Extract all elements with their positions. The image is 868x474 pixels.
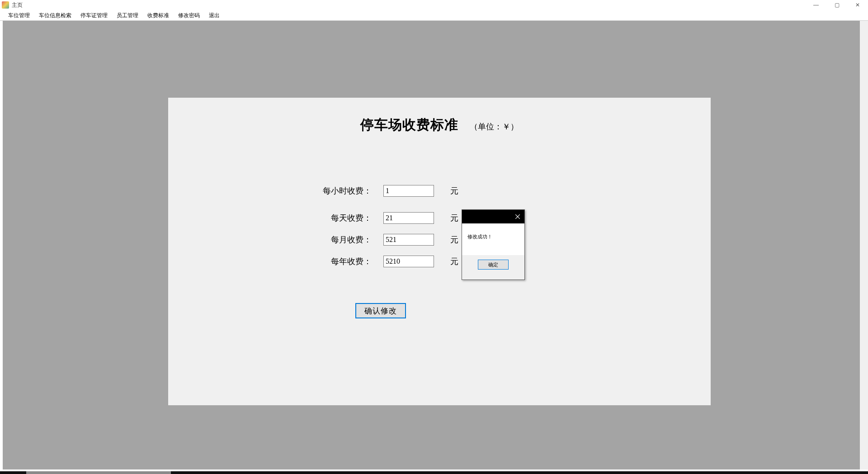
input-hour[interactable] [383,185,434,197]
panel-header: 停车场收费标准 （单位：￥） [168,116,711,134]
minimize-button[interactable]: — [806,0,826,10]
suffix-day: 元 [450,213,458,223]
dialog-button-row: 确定 [462,255,524,274]
input-month[interactable] [383,234,434,246]
maximize-button[interactable]: ▢ [826,0,847,10]
menu-fee[interactable]: 收费标准 [143,10,174,21]
close-button[interactable]: ✕ [847,0,868,10]
window-controls: — ▢ ✕ [806,0,868,10]
window-title: 主页 [12,1,23,9]
menu-exit[interactable]: 退出 [204,10,224,21]
window-titlebar: 主页 — ▢ ✕ [0,0,868,10]
panel-title: 停车场收费标准 [360,117,458,132]
app-icon [2,1,9,9]
taskbar-segment [26,471,171,474]
suffix-year: 元 [450,256,458,267]
menu-parking-space[interactable]: 车位管理 [4,10,34,21]
dialog-close-button[interactable] [511,210,524,223]
input-day[interactable] [383,212,434,224]
menu-staff[interactable]: 员工管理 [112,10,143,21]
close-icon [515,214,520,219]
fee-panel: 停车场收费标准 （单位：￥） 每小时收费： 元 每天收费： 元 每月收费： 元 … [168,98,711,405]
row-hour: 每小时收费： 元 [308,184,711,198]
suffix-month: 元 [450,234,458,245]
label-hour: 每小时收费： [308,185,372,196]
confirm-button[interactable]: 确认修改 [355,303,406,318]
dialog-message: 修改成功！ [462,223,524,245]
dialog-ok-button[interactable]: 确定 [478,260,509,270]
label-day: 每天收费： [308,213,372,223]
panel-unit: （单位：￥） [470,122,519,131]
menu-password[interactable]: 修改密码 [174,10,204,21]
menubar: 车位管理 车位信息检索 停车证管理 员工管理 收费标准 修改密码 退出 [0,10,868,21]
menu-parking-search[interactable]: 车位信息检索 [34,10,76,21]
message-dialog: 修改成功！ 确定 [462,209,525,280]
menu-permit[interactable]: 停车证管理 [76,10,112,21]
suffix-hour: 元 [450,185,458,196]
scrollbar-vertical[interactable] [860,21,868,469]
dialog-titlebar [462,210,524,223]
label-month: 每月收费： [308,234,372,245]
label-year: 每年收费： [308,256,372,267]
mdi-client: 停车场收费标准 （单位：￥） 每小时收费： 元 每天收费： 元 每月收费： 元 … [3,21,868,469]
input-year[interactable] [383,256,434,267]
